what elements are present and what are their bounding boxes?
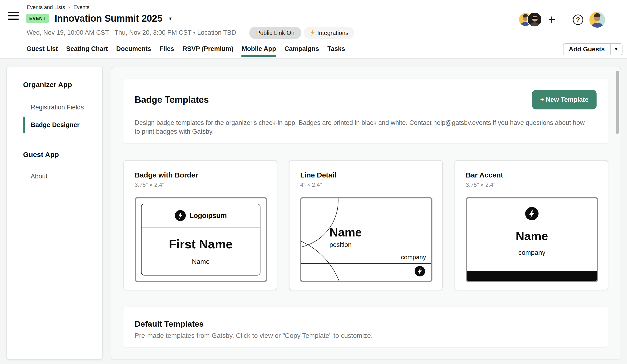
template-card-badge-with-border[interactable]: Badge with Border 3.75" × 2.4" Logoipsum… (123, 160, 277, 290)
event-title-row: EVENT Innovation Summit 2025 ▾ (26, 13, 173, 24)
sidebar-item-label: Badge Designer (31, 121, 80, 129)
tab-campaigns[interactable]: Campaigns (284, 41, 319, 57)
add-guests-caret-icon[interactable]: ▼ (611, 44, 622, 55)
default-templates-description: Pre-made templates from Gatsby. Click to… (135, 332, 608, 340)
sidebar-item-registration-fields[interactable]: Registration Fields (7, 99, 102, 116)
tab-seating-chart[interactable]: Seating Chart (66, 41, 108, 57)
tab-tasks[interactable]: Tasks (327, 41, 345, 57)
breadcrumb-events-and-lists[interactable]: Events and Lists (27, 4, 65, 10)
badge-preview: Name company (466, 197, 598, 282)
sidebar-item-badge-designer[interactable]: Badge Designer (7, 116, 102, 134)
badge-preview: Name position company (300, 197, 432, 282)
template-size: 4" × 2.4" (300, 182, 431, 188)
logoipsum-text: Logoipsum (189, 211, 227, 220)
tab-rsvp-premium[interactable]: RSVP (Premium) (182, 41, 234, 57)
public-link-label: Public Link On (256, 30, 295, 36)
add-guests-button[interactable]: Add Guests ▼ (563, 43, 623, 55)
template-card-bar-accent[interactable]: Bar Accent 3.75" × 2.4" Name company (455, 160, 608, 290)
badge-name-field: Name (516, 230, 548, 242)
sidebar-item-about[interactable]: About (7, 167, 102, 185)
sidebar-heading-guest-app: Guest App (23, 150, 102, 159)
event-type-badge: EVENT (26, 14, 49, 23)
badge-first-name-field: First Name (142, 237, 260, 251)
event-switcher-caret-icon[interactable]: ▾ (168, 15, 173, 22)
mobile-app-sidebar: Organizer App Registration Fields Badge … (6, 67, 103, 360)
default-templates-card: Default Templates Pre-made templates fro… (123, 307, 608, 347)
badge-name-field: Name (142, 258, 260, 265)
integrations-chip[interactable]: Integrations (304, 27, 354, 39)
page-content: Organizer App Registration Fields Badge … (0, 58, 627, 364)
user-avatar[interactable] (589, 12, 605, 28)
app-header: Events and Lists › Events EVENT Innovati… (0, 0, 627, 58)
decorative-arcs (301, 198, 431, 281)
new-template-button[interactable]: + New Template (532, 90, 597, 109)
default-templates-title: Default Templates (135, 319, 608, 329)
template-name: Line Detail (300, 171, 431, 179)
scrollbar-thumb[interactable] (616, 71, 619, 134)
template-name: Bar Accent (466, 171, 597, 179)
menu-icon[interactable] (8, 12, 19, 20)
badge-templates-title: Badge Templates (135, 95, 209, 105)
template-cards-row: Badge with Border 3.75" × 2.4" Logoipsum… (123, 160, 608, 290)
logoipsum-bolt-icon (415, 266, 425, 276)
event-tabs: Guest List Seating Chart Documents Files… (26, 41, 345, 57)
badge-position-field: position (329, 241, 362, 249)
breadcrumb-separator: › (68, 4, 70, 10)
template-size: 3.75" × 2.4" (135, 182, 266, 188)
integrations-label: Integrations (317, 30, 349, 36)
public-link-chip[interactable]: Public Link On (249, 27, 301, 39)
template-size: 3.75" × 2.4" (466, 182, 597, 188)
event-date-location: Wed, Nov 19, 10:00 AM CST - Thu, Nov 20,… (27, 29, 236, 36)
add-guests-label: Add Guests (564, 44, 610, 55)
tab-documents[interactable]: Documents (116, 41, 152, 57)
badge-templates-card: Badge Templates + New Template Design ba… (123, 79, 608, 144)
lightning-icon (310, 30, 315, 36)
badge-company-field: company (518, 249, 545, 257)
add-collaborator-icon[interactable]: + (545, 12, 559, 27)
accent-bar (467, 271, 597, 281)
page-title: Innovation Summit 2025 (54, 13, 162, 24)
tab-files[interactable]: Files (159, 41, 175, 57)
template-name: Badge with Border (135, 171, 266, 179)
logoipsum-bolt-icon (525, 207, 538, 220)
tab-mobile-app[interactable]: Mobile App (241, 41, 276, 57)
help-icon[interactable]: ? (573, 14, 583, 25)
tab-guest-list[interactable]: Guest List (26, 41, 58, 57)
collaborator-avatar-2[interactable] (527, 13, 541, 26)
badge-templates-description: Design badge templates for the organizer… (135, 118, 586, 136)
badge-company-field: company (401, 254, 426, 261)
logoipsum-bolt-icon (175, 210, 186, 221)
badge-name-field: Name (329, 226, 362, 238)
header-divider (563, 14, 563, 26)
badge-preview: Logoipsum First Name Name (135, 197, 267, 282)
divider-line (301, 263, 431, 263)
sidebar-heading-organizer-app: Organizer App (23, 80, 102, 89)
template-card-line-detail[interactable]: Line Detail 4" × 2.4" Name position comp… (289, 160, 443, 290)
breadcrumb-events[interactable]: Events (73, 4, 89, 10)
active-indicator-bar (23, 117, 25, 133)
breadcrumb: Events and Lists › Events (27, 4, 89, 10)
badge-designer-panel: Badge Templates + New Template Design ba… (111, 67, 621, 360)
